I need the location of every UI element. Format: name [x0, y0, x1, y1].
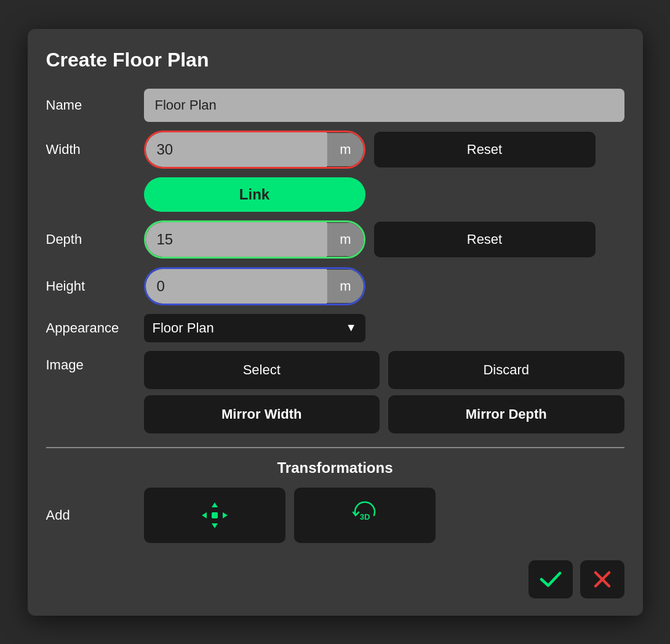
width-row: Width m Reset: [46, 131, 624, 169]
transformations-title: Transformations: [46, 459, 624, 477]
appearance-value: Floor Plan: [153, 320, 340, 336]
height-row: Height m: [46, 267, 624, 305]
add-label: Add: [46, 507, 135, 523]
image-label: Image: [46, 351, 135, 373]
image-bottom-btns: Mirror Width Mirror Depth: [144, 395, 624, 433]
discard-button[interactable]: Discard: [388, 351, 624, 389]
link-button[interactable]: Link: [144, 177, 365, 212]
height-input[interactable]: [146, 269, 327, 304]
appearance-row: Appearance Floor Plan ▼: [46, 314, 624, 342]
width-reset-button[interactable]: Reset: [374, 132, 596, 167]
depth-label: Depth: [46, 231, 135, 248]
svg-marker-0: [212, 502, 218, 507]
height-label: Height: [46, 278, 135, 294]
rotate-3d-transform-button[interactable]: 3D: [294, 488, 436, 543]
depth-unit: m: [327, 223, 363, 256]
close-icon: [592, 570, 612, 589]
dialog-title: Create Floor Plan: [46, 49, 624, 71]
mirror-width-button[interactable]: Mirror Width: [144, 395, 380, 433]
appearance-label: Appearance: [46, 320, 135, 336]
svg-rect-4: [212, 512, 218, 518]
width-input[interactable]: [146, 132, 327, 167]
select-button[interactable]: Select: [144, 351, 380, 389]
divider: [46, 447, 624, 448]
name-label: Name: [46, 97, 135, 113]
chevron-down-icon: ▼: [346, 321, 357, 334]
rotate-3d-icon: 3D: [348, 499, 381, 532]
width-label: Width: [46, 142, 135, 158]
depth-input-wrap: m: [144, 220, 365, 259]
image-top-btns: Select Discard: [144, 351, 624, 389]
appearance-select[interactable]: Floor Plan ▼: [144, 314, 365, 342]
image-row: Image Select Discard Mirror Width Mirror…: [46, 351, 624, 433]
svg-marker-2: [202, 512, 207, 518]
confirm-button[interactable]: [528, 560, 573, 598]
move-transform-button[interactable]: [144, 488, 285, 543]
name-input[interactable]: [144, 89, 624, 122]
image-buttons: Select Discard Mirror Width Mirror Depth: [144, 351, 624, 433]
depth-row: Depth m Reset: [46, 220, 624, 259]
depth-input[interactable]: [146, 222, 327, 257]
width-unit: m: [327, 133, 363, 166]
cancel-button[interactable]: [580, 560, 624, 598]
mirror-depth-button[interactable]: Mirror Depth: [388, 395, 624, 433]
svg-text:3D: 3D: [359, 512, 370, 521]
height-unit: m: [327, 270, 363, 303]
footer-row: [46, 560, 624, 598]
depth-reset-button[interactable]: Reset: [374, 222, 596, 257]
checkmark-icon: [540, 570, 562, 589]
move-icon: [198, 499, 231, 532]
svg-marker-1: [212, 523, 218, 528]
width-input-wrap: m: [144, 131, 365, 169]
link-row: Link: [144, 177, 624, 212]
add-row: Add: [46, 488, 624, 543]
height-input-wrap: m: [144, 267, 365, 305]
create-floor-plan-dialog: Create Floor Plan Name Width m Reset Lin…: [28, 29, 643, 616]
name-row: Name: [46, 89, 624, 122]
svg-marker-3: [223, 512, 228, 518]
